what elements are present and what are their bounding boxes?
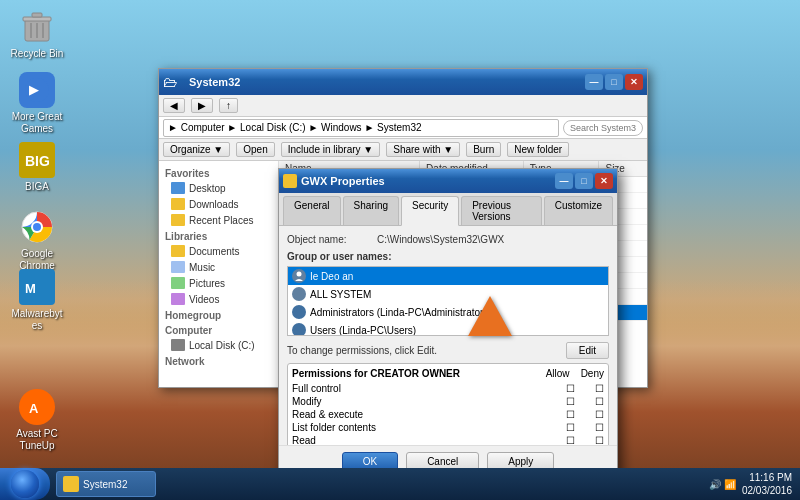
dialog-close[interactable]: ✕ bbox=[595, 173, 613, 189]
perm-row-3: List folder contents☐☐ bbox=[292, 421, 604, 434]
svg-text:M: M bbox=[25, 281, 36, 296]
svg-text:BIG: BIG bbox=[25, 153, 50, 169]
search-input[interactable] bbox=[563, 120, 643, 136]
dialog-title-icon bbox=[283, 174, 297, 188]
desktop-icon-biga[interactable]: BIG BIGA bbox=[5, 138, 69, 197]
edit-area: To change permissions, click Edit. Edit bbox=[287, 342, 609, 359]
perm-row-4: Read☐☐ bbox=[292, 434, 604, 445]
taskbar-item-explorer[interactable]: System32 bbox=[56, 471, 156, 497]
back-button[interactable]: ◀ bbox=[163, 98, 185, 113]
explorer-sidebar: Favorites Desktop Downloads Recent Place… bbox=[159, 161, 279, 387]
homegroup-header: Homegroup bbox=[159, 307, 278, 322]
burn-button[interactable]: Burn bbox=[466, 142, 501, 157]
clock[interactable]: 11:16 PM 02/03/2016 bbox=[742, 471, 792, 497]
user-name-0: Ie Deo an bbox=[310, 271, 353, 282]
forward-button[interactable]: ▶ bbox=[191, 98, 213, 113]
user-item-2[interactable]: Administrators (Linda-PC\Administrators) bbox=[288, 303, 608, 321]
recycle-bin-label: Recycle Bin bbox=[11, 48, 64, 60]
taskbar-item-label: System32 bbox=[83, 479, 127, 490]
tray-icons: 🔊 📶 bbox=[709, 479, 736, 490]
user-name-2: Administrators (Linda-PC\Administrators) bbox=[310, 307, 492, 318]
user-list[interactable]: Ie Deo an ALL SYSTEM Administrators (Lin… bbox=[287, 266, 609, 336]
user-icon-0 bbox=[292, 269, 306, 283]
sidebar-item-local-disk[interactable]: Local Disk (C:) bbox=[159, 337, 278, 353]
dialog-body: Object name: C:\Windows\System32\GWX Gro… bbox=[279, 226, 617, 445]
address-bar bbox=[159, 117, 647, 139]
tab-security[interactable]: Security bbox=[401, 196, 459, 226]
tab-general[interactable]: General bbox=[283, 196, 341, 225]
group-label: Group or user names: bbox=[287, 251, 609, 262]
taskbar: System32 🔊 📶 11:16 PM 02/03/2016 bbox=[0, 468, 800, 500]
computer-header: Computer bbox=[159, 322, 278, 337]
perm-row-1: Modify☐☐ bbox=[292, 395, 604, 408]
dialog-minimize[interactable]: — bbox=[555, 173, 573, 189]
dialog-maximize[interactable]: □ bbox=[575, 173, 593, 189]
user-item-3[interactable]: Users (Linda-PC\Users) bbox=[288, 321, 608, 336]
start-orb bbox=[11, 470, 39, 498]
sidebar-item-recent[interactable]: Recent Places bbox=[159, 212, 278, 228]
allow-label: Allow Deny bbox=[546, 368, 604, 379]
user-icon-1 bbox=[292, 287, 306, 301]
new-folder-button[interactable]: New folder bbox=[507, 142, 569, 157]
network-header: Network bbox=[159, 353, 278, 368]
malwarebytes-label: Malwarebytes bbox=[9, 308, 65, 332]
svg-text:▶: ▶ bbox=[29, 83, 39, 97]
user-icon-3 bbox=[292, 323, 306, 336]
gwx-properties-dialog: GWX Properties — □ ✕ General Sharing Sec… bbox=[278, 168, 618, 478]
start-button[interactable] bbox=[0, 468, 50, 500]
dialog-title: GWX Properties bbox=[301, 175, 555, 187]
libraries-header: Libraries bbox=[159, 228, 278, 243]
share-button[interactable]: Share with ▼ bbox=[386, 142, 460, 157]
address-input[interactable] bbox=[163, 119, 559, 137]
svg-point-15 bbox=[297, 290, 302, 295]
taskbar-items: System32 bbox=[54, 468, 701, 500]
sidebar-item-music[interactable]: Music bbox=[159, 259, 278, 275]
user-item-0[interactable]: Ie Deo an bbox=[288, 267, 608, 285]
user-name-3: Users (Linda-PC\Users) bbox=[310, 325, 416, 336]
svg-text:A: A bbox=[29, 401, 39, 416]
explorer-nav-bar: ◀ ▶ ↑ bbox=[159, 95, 647, 117]
object-name-label: Object name: bbox=[287, 234, 377, 245]
sidebar-item-videos[interactable]: Videos bbox=[159, 291, 278, 307]
desktop-icon-avast[interactable]: A Avast PC TuneUp bbox=[5, 385, 69, 456]
sidebar-item-downloads[interactable]: Downloads bbox=[159, 196, 278, 212]
edit-label: To change permissions, click Edit. bbox=[287, 345, 566, 356]
perm-row-0: Full control☐☐ bbox=[292, 382, 604, 395]
tab-previous-versions[interactable]: Previous Versions bbox=[461, 196, 542, 225]
svg-point-17 bbox=[297, 326, 302, 331]
user-item-1[interactable]: ALL SYSTEM bbox=[288, 285, 608, 303]
sidebar-item-documents[interactable]: Documents bbox=[159, 243, 278, 259]
dialog-tabs: General Sharing Security Previous Versio… bbox=[279, 193, 617, 226]
time: 11:16 PM bbox=[742, 471, 792, 484]
sidebar-item-pictures[interactable]: Pictures bbox=[159, 275, 278, 291]
minimize-button[interactable]: — bbox=[585, 74, 603, 90]
user-icon-2 bbox=[292, 305, 306, 319]
svg-point-11 bbox=[33, 223, 41, 231]
object-name-value: C:\Windows\System32\GWX bbox=[377, 234, 504, 245]
close-button[interactable]: ✕ bbox=[625, 74, 643, 90]
biga-label: BIGA bbox=[25, 181, 49, 193]
date: 02/03/2016 bbox=[742, 484, 792, 497]
more-games-label: More Great Games bbox=[9, 111, 65, 135]
organize-bar: Organize ▼ Open Include in library ▼ Sha… bbox=[159, 139, 647, 161]
favorites-header: Favorites bbox=[159, 165, 278, 180]
open-button[interactable]: Open bbox=[236, 142, 274, 157]
desktop-icon-recycle-bin[interactable]: Recycle Bin bbox=[5, 5, 69, 64]
system-tray: 🔊 📶 11:16 PM 02/03/2016 bbox=[701, 471, 800, 497]
desktop-icon-more-games[interactable]: ▶ More Great Games bbox=[5, 68, 69, 139]
organize-button[interactable]: Organize ▼ bbox=[163, 142, 230, 157]
perm-row-2: Read & execute☐☐ bbox=[292, 408, 604, 421]
tab-customize[interactable]: Customize bbox=[544, 196, 613, 225]
dialog-controls: — □ ✕ bbox=[555, 173, 613, 189]
svg-rect-2 bbox=[32, 13, 42, 17]
sidebar-item-desktop[interactable]: Desktop bbox=[159, 180, 278, 196]
maximize-button[interactable]: □ bbox=[605, 74, 623, 90]
window-controls: — □ ✕ bbox=[585, 74, 643, 90]
edit-button[interactable]: Edit bbox=[566, 342, 609, 359]
tab-sharing[interactable]: Sharing bbox=[343, 196, 399, 225]
include-library-button[interactable]: Include in library ▼ bbox=[281, 142, 381, 157]
svg-point-16 bbox=[297, 308, 302, 313]
desktop-icon-malwarebytes[interactable]: M Malwarebytes bbox=[5, 265, 69, 336]
desktop: Recycle Bin ▶ More Great Games BIG BIGA bbox=[0, 0, 800, 500]
up-button[interactable]: ↑ bbox=[219, 98, 238, 113]
